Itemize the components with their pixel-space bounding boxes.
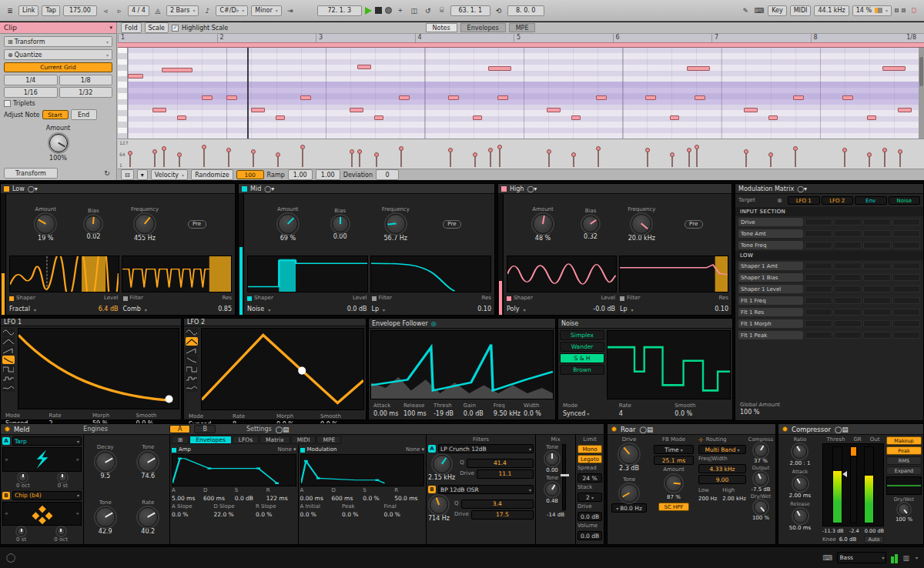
tap-tempo-button[interactable]: Tap	[42, 5, 60, 16]
tab-mpe[interactable]: MPE	[509, 23, 536, 32]
adjust-start-button[interactable]: Start	[42, 110, 69, 119]
threshold-handle[interactable]	[842, 471, 847, 477]
velocity-lane[interactable]: 127641	[118, 139, 924, 169]
osc-b-oct-knob[interactable]	[57, 527, 65, 536]
unfold-icon[interactable]: ▾	[271, 185, 274, 192]
velocity-stem[interactable]	[154, 153, 156, 167]
macro-value[interactable]: 40.2	[141, 528, 155, 536]
amount-value[interactable]: 48 %	[535, 235, 551, 242]
hotswap-icon[interactable]: ◯	[28, 185, 35, 192]
shaper-type-menu[interactable]: Noise	[247, 306, 264, 313]
velocity-stem[interactable]	[869, 156, 870, 167]
hotswap-icon[interactable]: ◯	[639, 426, 647, 433]
knob-value[interactable]: 50.0 ms	[789, 524, 811, 532]
noise-mode[interactable]: Synced▾	[563, 410, 616, 418]
clear-icon[interactable]: ⊗	[777, 197, 786, 204]
amount-knob[interactable]	[35, 214, 55, 234]
midi-note[interactable]	[276, 115, 285, 120]
velocity-stem[interactable]	[696, 149, 698, 167]
unfold-icon[interactable]: ▾	[35, 185, 38, 192]
transform-amount-knob[interactable]	[49, 134, 68, 152]
noise-rate[interactable]: 4	[619, 410, 672, 418]
loop-brace[interactable]	[118, 42, 924, 48]
matrix-target[interactable]: Tone Amt	[738, 229, 803, 238]
prev-icon[interactable]: ◂	[3, 510, 9, 516]
knob[interactable]	[792, 444, 807, 459]
ramp-start-field[interactable]: 1.00	[288, 169, 313, 180]
matrix-cell[interactable]	[805, 230, 832, 237]
res-value[interactable]: 0.85	[218, 306, 232, 313]
matrix-cell[interactable]	[805, 332, 832, 339]
filter-a-drive[interactable]: 11.1	[477, 469, 534, 479]
midi-note[interactable]	[162, 68, 192, 72]
velocity-stem[interactable]	[179, 156, 180, 167]
hotswap-icon[interactable]: ◯	[276, 426, 283, 433]
matrix-cell[interactable]	[863, 230, 891, 237]
randomize-button[interactable]: Randomize	[191, 169, 233, 180]
velocity-stem[interactable]	[795, 150, 796, 167]
unfold-icon[interactable]: ▾	[804, 185, 807, 192]
amp-envelope-display[interactable]	[172, 454, 296, 486]
key-root-menu[interactable]: C#/D♭▾	[216, 5, 248, 16]
matrix-cell[interactable]	[834, 332, 862, 339]
mix-tone-b-value[interactable]: 0.48	[546, 497, 558, 505]
scale-name-menu[interactable]: Minor▾	[251, 5, 281, 16]
slope-value[interactable]: 0.0 %	[342, 511, 383, 519]
filter-b-freq-knob[interactable]	[430, 496, 448, 514]
link-button[interactable]: Link	[18, 5, 38, 16]
threshold-value[interactable]: -11.3 dB	[822, 527, 843, 535]
computer-midi-keyboard-icon[interactable]: ⌨	[754, 7, 765, 15]
velocity-stem[interactable]	[163, 150, 165, 167]
velocity-stem[interactable]	[302, 149, 303, 167]
matrix-cell[interactable]	[892, 297, 920, 304]
mix-tone-a-value[interactable]: 0.00	[546, 466, 558, 474]
track-selector[interactable]: Bass▾	[837, 552, 886, 563]
matrix-cell[interactable]	[834, 262, 862, 269]
square-icon[interactable]	[2, 365, 15, 373]
midi-note[interactable]	[898, 108, 912, 112]
adsr-value[interactable]: 0.00 ms	[300, 495, 330, 503]
matrix-cell[interactable]	[863, 286, 891, 292]
param-value[interactable]: 0.00 ms	[373, 410, 400, 418]
velocity-stem[interactable]	[884, 152, 886, 167]
midi-note[interactable]	[571, 115, 581, 120]
adsr-value[interactable]: 0.0 %	[363, 495, 393, 503]
midi-note[interactable]	[226, 95, 237, 100]
overdub-icon[interactable]: ＋	[395, 5, 406, 15]
osc-a-type-menu[interactable]: Tarp▾	[12, 436, 82, 446]
slope-value[interactable]: 0.0 %	[256, 511, 296, 519]
fold-icon[interactable]: ▤	[283, 426, 289, 433]
automation-arm-icon[interactable]: ◫	[409, 7, 420, 15]
matrix-cell[interactable]	[892, 286, 920, 292]
adsr-value[interactable]: 0.0 dB	[235, 495, 265, 503]
routing-menu[interactable]: Multi Band▾	[698, 445, 746, 454]
output-value[interactable]: 0.00 dB	[865, 527, 884, 535]
transform-menu[interactable]: ⊞Transform▾	[4, 36, 112, 47]
source-lfo1[interactable]: LFO 1	[788, 196, 820, 205]
filter-display[interactable]	[370, 256, 491, 292]
velocity-stem[interactable]	[770, 156, 772, 167]
grid-size-button[interactable]: 1/8	[59, 75, 113, 85]
mod-env-target-menu[interactable]: None ▾	[406, 446, 424, 453]
param-value[interactable]: 100 ms	[403, 410, 430, 418]
loop-start-field[interactable]: 63. 1. 1	[450, 5, 490, 16]
nudge-down-icon[interactable]: ◃	[100, 7, 111, 15]
stop-button[interactable]	[375, 7, 382, 14]
triangle-icon[interactable]	[2, 337, 15, 346]
fold-icon[interactable]: ▤	[647, 426, 653, 433]
mod-envelope-display[interactable]	[300, 454, 425, 486]
velocity-stem[interactable]	[490, 152, 491, 167]
midi-note[interactable]	[350, 108, 363, 112]
filter-type-menu[interactable]: Lp	[620, 306, 628, 313]
volume-value[interactable]: 0.0 dB	[578, 531, 602, 540]
scale-button[interactable]: Scale	[145, 22, 169, 33]
fb-amount-knob[interactable]	[665, 475, 682, 492]
midi-note[interactable]	[152, 108, 166, 112]
key-map-button[interactable]: Key	[768, 5, 787, 16]
play-button[interactable]	[365, 7, 372, 15]
device-on-button[interactable]	[5, 426, 10, 432]
menu-icon[interactable]: ≣	[5, 7, 15, 15]
mix-tone-b-knob[interactable]	[545, 483, 559, 496]
midi-note[interactable]	[448, 95, 459, 100]
tab-a[interactable]: A	[169, 425, 190, 433]
